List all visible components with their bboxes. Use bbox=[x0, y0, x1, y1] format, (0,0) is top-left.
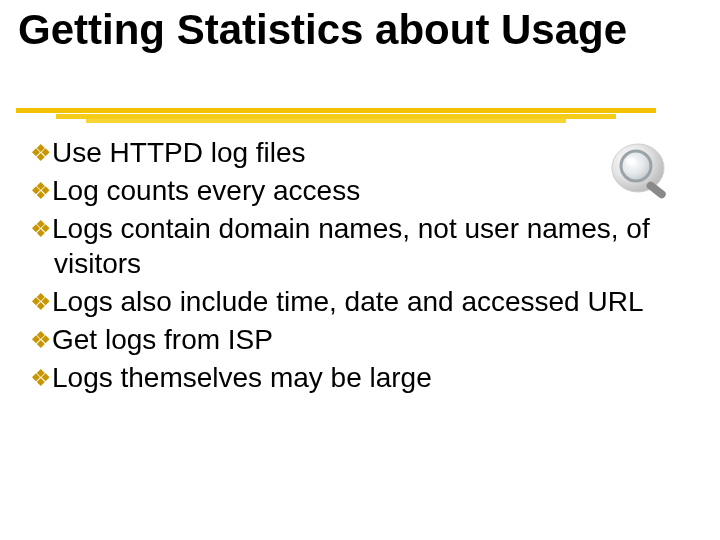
bullet-icon: ❖ bbox=[30, 325, 52, 356]
slide-title: Getting Statistics about Usage bbox=[0, 0, 720, 52]
bullet-text: Use HTTPD log files bbox=[52, 137, 306, 168]
bullet-text: Log counts every access bbox=[52, 175, 360, 206]
list-item: ❖Logs contain domain names, not user nam… bbox=[30, 211, 650, 283]
list-item: ❖Get logs from ISP bbox=[30, 322, 650, 358]
bullet-icon: ❖ bbox=[30, 138, 52, 169]
list-item: ❖Use HTTPD log files bbox=[30, 135, 650, 171]
title-underline bbox=[16, 108, 656, 122]
bullet-list: ❖Use HTTPD log files ❖Log counts every a… bbox=[30, 135, 650, 398]
bullet-icon: ❖ bbox=[30, 287, 52, 318]
bullet-text: Logs contain domain names, not user name… bbox=[52, 213, 650, 280]
bullet-text: Logs also include time, date and accesse… bbox=[52, 286, 643, 317]
bullet-text: Get logs from ISP bbox=[52, 324, 273, 355]
list-item: ❖Logs also include time, date and access… bbox=[30, 284, 650, 320]
bullet-icon: ❖ bbox=[30, 363, 52, 394]
bullet-icon: ❖ bbox=[30, 214, 52, 245]
bullet-icon: ❖ bbox=[30, 176, 52, 207]
list-item: ❖Logs themselves may be large bbox=[30, 360, 650, 396]
list-item: ❖Log counts every access bbox=[30, 173, 650, 209]
slide: Getting Statistics about Usage bbox=[0, 0, 720, 540]
bullet-text: Logs themselves may be large bbox=[52, 362, 432, 393]
